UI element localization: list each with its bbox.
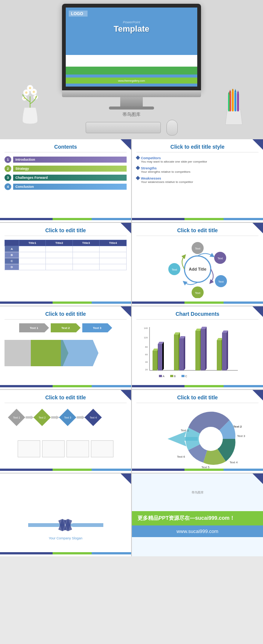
list-item: 1 Introduction	[5, 156, 127, 163]
svg-marker-56	[184, 336, 185, 370]
svg-text:Text: Text	[218, 280, 224, 283]
contents-title: Contents	[5, 144, 127, 152]
svg-marker-80	[51, 416, 59, 419]
style-content: Competitors You may want to allocate one…	[136, 156, 258, 184]
svg-text:Text: Text	[195, 247, 200, 250]
list-item: 2 Strategy	[5, 165, 127, 172]
pencils-decoration	[224, 89, 244, 128]
arrows-container: Text 1 Text 2 Text 3	[5, 323, 127, 373]
svg-text:A: A	[163, 375, 165, 378]
svg-marker-18	[232, 89, 234, 91]
svg-rect-48	[158, 344, 162, 370]
slide-circle: Click to edit title	[132, 223, 263, 306]
style-desc: Your weaknesses relative to competitor	[141, 180, 258, 184]
item-num: 4	[5, 183, 11, 190]
svg-marker-68	[227, 330, 228, 370]
svg-marker-20	[237, 90, 239, 93]
style-heading: Competitors	[141, 156, 161, 160]
table-header: Title1	[19, 240, 46, 246]
svg-marker-62	[205, 327, 207, 370]
chart-container: 140 120 80 60 40 20	[136, 323, 258, 383]
svg-text:Text 4: Text 4	[90, 416, 97, 419]
diamond-container: Text 1 Text 2 Text 3 Text 4	[5, 407, 127, 457]
style-item: Competitors You may want to allocate one…	[136, 156, 258, 163]
donut-title: Click to edit title	[136, 394, 258, 403]
slide-style: Click to edit title style Competitors Yo…	[132, 139, 263, 222]
item-num: 2	[5, 165, 11, 172]
svg-text:Text: Text	[171, 268, 177, 271]
svg-rect-73	[181, 375, 184, 377]
svg-point-86	[199, 427, 223, 451]
list-item: 4 Conclusion	[5, 183, 127, 190]
bottom-decoration	[0, 469, 131, 471]
slide-diamond-flow: Click to edit title Text 1 Text 2 Text 3	[0, 390, 131, 473]
slide-table: Click to edit title Title1 Title2 Title3…	[0, 223, 131, 306]
svg-rect-54	[179, 338, 184, 370]
contents-list: 1 Introduction 2 Strategy 3 Challenges F…	[5, 156, 127, 190]
svg-text:Text 3: Text 3	[237, 434, 245, 438]
promo-line1: 更多精品PPT资源尽在—sucai999.com！	[138, 515, 257, 522]
svg-text:120: 120	[144, 336, 148, 339]
table-row: B	[5, 252, 127, 258]
svg-point-7	[25, 91, 27, 94]
table-header	[5, 240, 19, 246]
svg-text:C: C	[185, 375, 187, 378]
svg-rect-13	[232, 91, 234, 111]
data-table: Title1 Title2 Title3 Title4 A B C	[5, 240, 127, 270]
circle-diagram: Add Title Text Text Text Text Text	[160, 240, 235, 300]
svg-rect-63	[217, 340, 221, 370]
svg-text:Text 1: Text 1	[13, 416, 20, 419]
item-bar: Challenges Forward	[13, 175, 127, 181]
svg-marker-17	[229, 90, 231, 93]
svg-rect-60	[201, 329, 205, 370]
svg-text:Text 3: Text 3	[64, 416, 71, 419]
slide-chart: Chart Documents 140 120 80 60 40 20	[132, 306, 263, 389]
svg-rect-69	[159, 375, 162, 377]
svg-rect-51	[174, 335, 178, 370]
svg-marker-77	[26, 416, 34, 419]
table-header: Title4	[100, 240, 127, 246]
style-desc: You may want to allocate one slide per c…	[141, 160, 258, 163]
table-row: C	[5, 258, 127, 264]
svg-rect-15	[237, 93, 239, 111]
keyboard-decoration	[86, 122, 161, 133]
item-bar: Conclusion	[13, 184, 127, 190]
svg-marker-95	[66, 523, 103, 527]
svg-marker-36	[61, 340, 98, 366]
svg-rect-57	[195, 331, 200, 370]
bottom-decoration	[132, 385, 263, 387]
arrow-label-1: Text 1	[30, 326, 38, 330]
promo-line2: www.sucai999.com	[138, 528, 257, 534]
table-row: D	[5, 264, 127, 270]
slide-donut: Click to edit title	[132, 390, 263, 473]
bottom-decoration	[132, 469, 263, 471]
svg-text:B: B	[174, 375, 176, 378]
style-item: Weaknesses Your weaknesses relative to c…	[136, 177, 258, 184]
item-bar: Introduction	[13, 157, 127, 163]
svg-rect-66	[222, 333, 227, 370]
item-num: 3	[5, 174, 11, 181]
diamond-title: Click to edit title	[5, 394, 127, 403]
bottom-decoration	[132, 218, 263, 220]
slide-contents: Contents 1 Introduction 2 Strategy 3 Cha…	[0, 139, 131, 222]
style-desc: Your strengths relative to competitors	[141, 170, 258, 174]
style-heading: Strengths	[141, 166, 157, 170]
chart-title: Chart Documents	[136, 311, 258, 320]
hero-section: LOGO PowerPoint Template www.themegaller…	[0, 0, 263, 139]
svg-rect-71	[170, 375, 173, 377]
slide-promo: 蒂鸟图库 更多精品PPT资源尽在—sucai999.com！ www.sucai…	[132, 473, 263, 556]
svg-text:Add Title: Add Title	[189, 267, 206, 271]
bottom-decoration	[0, 552, 131, 554]
mouse-decoration	[166, 120, 178, 135]
slide-italic: PowerPoint	[69, 20, 194, 24]
slide-closing: Your Company Slogan	[0, 473, 131, 556]
svg-text:Text 2: Text 2	[233, 425, 242, 428]
slide-main-title: Template	[69, 24, 194, 34]
closing-subtitle: Your Company Slogan	[5, 536, 127, 540]
svg-text:Text: Text	[217, 257, 223, 260]
closing-content: Your Company Slogan	[5, 516, 127, 540]
svg-text:Text 2: Text 2	[39, 416, 46, 419]
svg-text:Text: Text	[195, 291, 200, 295]
promo-spacer: 蒂鸟图库	[132, 473, 263, 511]
arrow-label-3: Text 3	[93, 326, 101, 330]
